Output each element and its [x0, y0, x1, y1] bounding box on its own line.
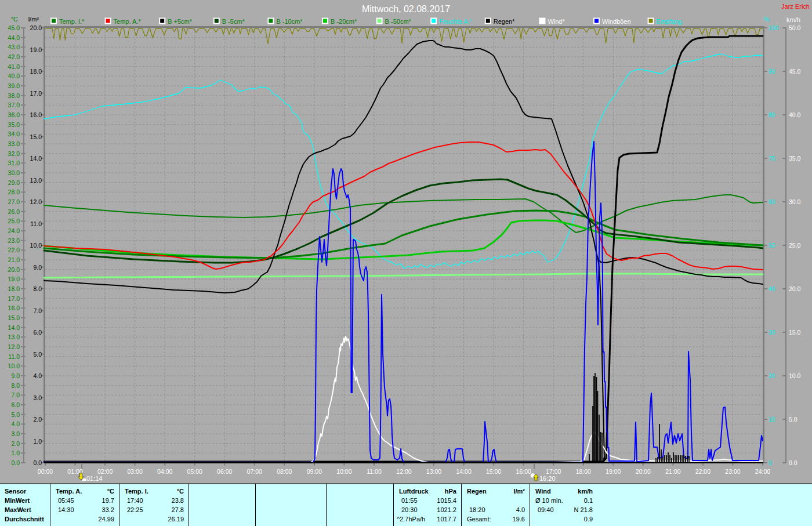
svg-text:18:20: 18:20: [469, 506, 485, 513]
svg-text:Jarz Erich: Jarz Erich: [781, 3, 810, 10]
svg-text:4.0: 4.0: [11, 420, 20, 427]
svg-text:24:00: 24:00: [755, 468, 770, 475]
svg-text:24.99: 24.99: [98, 516, 114, 523]
svg-text:B -20cm*: B -20cm*: [331, 18, 357, 25]
svg-text:06:00: 06:00: [217, 468, 232, 475]
svg-text:30.0: 30.0: [789, 198, 801, 205]
svg-text:29.0: 29.0: [8, 179, 20, 186]
svg-text:26.19: 26.19: [168, 516, 184, 523]
svg-text:Temp. A.*: Temp. A.*: [114, 18, 142, 25]
svg-text:20.0: 20.0: [8, 266, 20, 273]
svg-text:5.0: 5.0: [11, 411, 20, 418]
svg-text:3.0: 3.0: [11, 430, 20, 437]
svg-text:°C: °C: [177, 488, 184, 495]
svg-text:22:25: 22:25: [127, 506, 143, 513]
svg-text:03:00: 03:00: [127, 468, 142, 475]
svg-text:15:00: 15:00: [486, 468, 501, 475]
svg-text:Durchschnitt: Durchschnitt: [5, 516, 44, 523]
svg-text:0.1: 0.1: [584, 497, 593, 504]
svg-text:°C: °C: [107, 488, 114, 495]
svg-text:19.0: 19.0: [30, 46, 42, 53]
svg-text:14:00: 14:00: [456, 468, 471, 475]
svg-text:28.0: 28.0: [8, 188, 20, 195]
svg-text:18:00: 18:00: [576, 468, 591, 475]
svg-text:°C: °C: [11, 16, 18, 23]
svg-text:39.0: 39.0: [8, 82, 20, 89]
svg-text:B -50cm*: B -50cm*: [385, 18, 412, 25]
svg-text:km/h: km/h: [786, 16, 800, 23]
svg-text:17:00: 17:00: [546, 468, 561, 475]
svg-text:100: 100: [768, 24, 779, 31]
svg-text:17.0: 17.0: [8, 295, 20, 302]
svg-text:12.0: 12.0: [8, 343, 20, 350]
svg-text:11.0: 11.0: [30, 220, 42, 227]
svg-text:4.0: 4.0: [516, 506, 525, 513]
svg-text:MaxWert: MaxWert: [5, 506, 31, 513]
svg-text:01:55: 01:55: [401, 497, 418, 504]
svg-text:37.0: 37.0: [8, 101, 20, 108]
svg-text:90: 90: [768, 68, 775, 75]
svg-text:50: 50: [768, 242, 775, 249]
svg-text:16:00: 16:00: [516, 468, 531, 475]
svg-text:17:40: 17:40: [127, 497, 143, 504]
svg-text:8.0: 8.0: [33, 285, 42, 292]
svg-text:1021.2: 1021.2: [437, 506, 456, 513]
svg-text:l/m²: l/m²: [28, 16, 39, 23]
svg-text:23.8: 23.8: [172, 497, 184, 504]
svg-text:02:00: 02:00: [97, 468, 113, 475]
svg-text:Wind*: Wind*: [548, 18, 565, 25]
svg-text:15.0: 15.0: [30, 133, 42, 140]
svg-text:9.0: 9.0: [33, 264, 42, 271]
svg-text:12:00: 12:00: [396, 468, 411, 475]
svg-text:17.0: 17.0: [30, 90, 42, 97]
svg-text:B -10cm*: B -10cm*: [276, 18, 303, 25]
svg-text:31.0: 31.0: [8, 159, 20, 166]
svg-text:1.0: 1.0: [11, 449, 20, 456]
svg-text:80: 80: [768, 111, 775, 118]
svg-text:09:40: 09:40: [538, 506, 554, 513]
svg-text:7.0: 7.0: [11, 391, 20, 398]
svg-text:10: 10: [768, 416, 775, 423]
svg-text:22.0: 22.0: [8, 246, 20, 253]
svg-text:30.0: 30.0: [8, 169, 20, 176]
svg-text:00:00: 00:00: [38, 468, 53, 475]
svg-text:41.0: 41.0: [8, 63, 20, 70]
svg-text:14.0: 14.0: [8, 324, 20, 331]
svg-text:45.0: 45.0: [789, 68, 801, 75]
svg-text:0.9: 0.9: [584, 516, 593, 523]
svg-text:33.2: 33.2: [102, 506, 114, 513]
svg-text:8.0: 8.0: [11, 382, 20, 389]
svg-text:2.0: 2.0: [11, 440, 20, 447]
svg-text:05:45: 05:45: [58, 497, 74, 504]
svg-text:13.0: 13.0: [30, 177, 42, 184]
svg-text:20:30: 20:30: [401, 506, 418, 513]
svg-text:16.0: 16.0: [8, 304, 20, 311]
svg-text:9.0: 9.0: [11, 372, 20, 379]
svg-text:33.0: 33.0: [8, 140, 20, 147]
svg-text:23:00: 23:00: [725, 468, 740, 475]
svg-text:42.0: 42.0: [8, 53, 20, 60]
svg-text:20.0: 20.0: [30, 24, 42, 31]
svg-text:^2.7hPa/h: ^2.7hPa/h: [397, 516, 425, 523]
svg-text:34.0: 34.0: [8, 130, 20, 137]
svg-text:26.0: 26.0: [8, 208, 20, 215]
svg-text:20: 20: [768, 372, 775, 379]
svg-text:Luftdruck: Luftdruck: [399, 488, 429, 495]
svg-text:19.6: 19.6: [513, 516, 525, 523]
svg-text:MinWert: MinWert: [5, 497, 30, 504]
svg-text:Temp. I.*: Temp. I.*: [59, 18, 85, 25]
svg-text:35.0: 35.0: [789, 155, 801, 162]
svg-text:l/m²: l/m²: [513, 488, 525, 495]
svg-text:13:00: 13:00: [426, 468, 441, 475]
svg-text:B -5cm*: B -5cm*: [222, 18, 245, 25]
svg-text:Temp. A.: Temp. A.: [56, 488, 82, 495]
svg-text:5.0: 5.0: [789, 416, 798, 423]
svg-text:50.0: 50.0: [789, 24, 801, 31]
svg-text:20:00: 20:00: [636, 468, 651, 475]
svg-text:01:14: 01:14: [86, 475, 103, 482]
svg-text:0.0: 0.0: [33, 459, 42, 466]
svg-text:21.0: 21.0: [8, 256, 20, 263]
svg-text:23.0: 23.0: [8, 237, 20, 244]
svg-text:19:00: 19:00: [606, 468, 621, 475]
svg-text:10:00: 10:00: [336, 468, 351, 475]
